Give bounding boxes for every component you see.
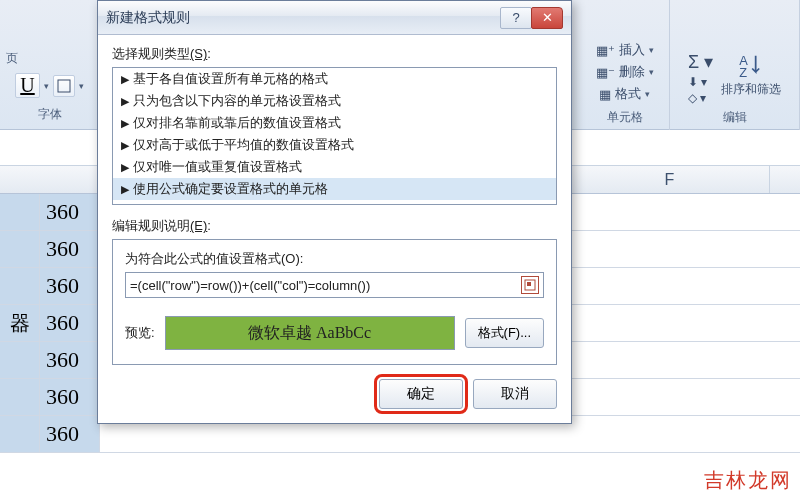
fill-icon[interactable]: ⬇ ▾	[688, 75, 713, 89]
help-button[interactable]: ?	[500, 7, 532, 29]
edit-rule-box: 为符合此公式的值设置格式(O): =(cell("row")=row())+(c…	[112, 239, 557, 365]
dialog-titlebar[interactable]: 新建格式规则 ? ✕	[98, 1, 571, 35]
dialog-title: 新建格式规则	[106, 9, 501, 27]
rule-type-item[interactable]: ▶只为包含以下内容的单元格设置格式	[113, 90, 556, 112]
underline-button[interactable]: U	[15, 73, 39, 98]
page-hint: 页	[6, 50, 18, 67]
preview-sample: 微软卓越 AaBbCc	[165, 316, 455, 350]
delete-button[interactable]: ▦⁻删除▾	[596, 63, 654, 81]
ok-button[interactable]: 确定	[379, 379, 463, 409]
insert-button[interactable]: ▦⁺插入▾	[596, 41, 654, 59]
rule-type-item[interactable]: ▶仅对唯一值或重复值设置格式	[113, 156, 556, 178]
font-group-label: 字体	[38, 106, 62, 123]
cells-group: ▦⁺插入▾ ▦⁻删除▾ ▦格式▾ 单元格	[580, 0, 670, 130]
border-icon[interactable]	[57, 79, 71, 93]
edit-rule-desc-label: 编辑规则说明(E):	[112, 217, 557, 235]
close-button[interactable]: ✕	[531, 7, 563, 29]
edit-group-label: 编辑	[723, 109, 747, 126]
preview-label: 预览:	[125, 324, 155, 342]
chevron-down-icon[interactable]: ▾	[44, 81, 49, 91]
rule-type-item[interactable]: ▶仅对排名靠前或靠后的数值设置格式	[113, 112, 556, 134]
rule-type-item[interactable]: ▶仅对高于或低于平均值的数值设置格式	[113, 134, 556, 156]
formula-input[interactable]: =(cell("row")=row())+(cell("col")=column…	[125, 272, 544, 298]
new-format-rule-dialog: 新建格式规则 ? ✕ 选择规则类型(S): ▶基于各自值设置所有单元格的格式 ▶…	[97, 0, 572, 424]
cancel-button[interactable]: 取消	[473, 379, 557, 409]
cells-group-label: 单元格	[607, 109, 643, 126]
select-rule-type-label: 选择规则类型(S):	[112, 45, 557, 63]
edit-group: Σ ▾ ⬇ ▾ ◇ ▾ AZ 排序和筛选 编辑	[670, 0, 800, 130]
range-picker-icon[interactable]	[521, 276, 539, 294]
sort-filter-button[interactable]: AZ 排序和筛选	[721, 51, 781, 98]
rule-type-item[interactable]: ▶使用公式确定要设置格式的单元格	[113, 178, 556, 200]
svg-rect-4	[527, 282, 531, 286]
svg-rect-0	[58, 80, 70, 92]
column-header-f[interactable]: F	[570, 166, 770, 193]
rule-type-item[interactable]: ▶基于各自值设置所有单元格的格式	[113, 68, 556, 90]
svg-text:Z: Z	[739, 65, 747, 79]
autosum-icon[interactable]: Σ ▾	[688, 51, 713, 73]
font-group: 页 U ▾ ▾ 字体	[0, 0, 100, 129]
format-button[interactable]: ▦格式▾	[599, 85, 650, 103]
formula-value: =(cell("row")=row())+(cell("col")=column…	[130, 278, 370, 293]
chevron-down-icon[interactable]: ▾	[79, 81, 84, 91]
formula-label: 为符合此公式的值设置格式(O):	[125, 250, 544, 268]
format-button[interactable]: 格式(F)...	[465, 318, 544, 348]
rule-type-list[interactable]: ▶基于各自值设置所有单元格的格式 ▶只为包含以下内容的单元格设置格式 ▶仅对排名…	[112, 67, 557, 205]
clear-icon[interactable]: ◇ ▾	[688, 91, 713, 105]
watermark: 吉林龙网	[704, 467, 792, 494]
